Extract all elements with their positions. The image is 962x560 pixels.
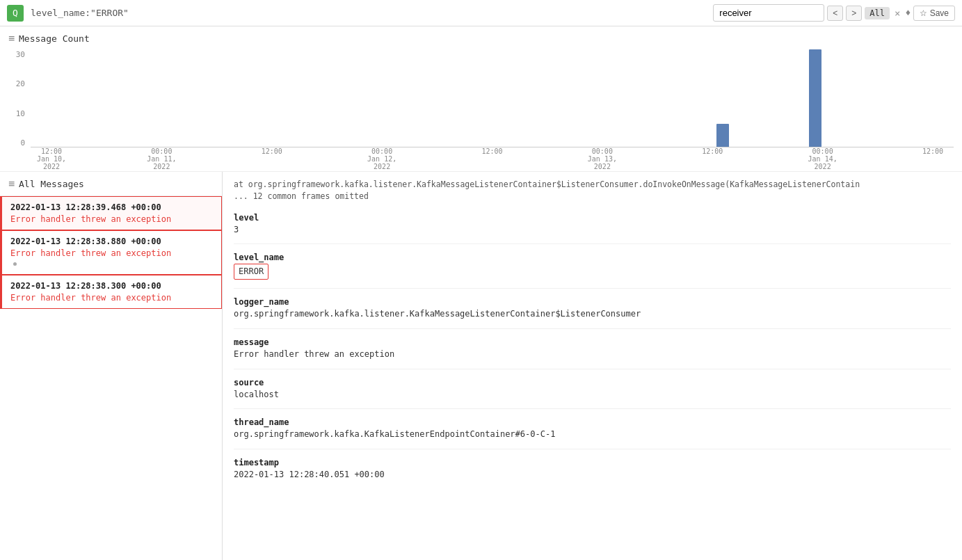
header-right: < > All × ♦ ☆ Save: [713, 4, 955, 22]
field-label-timestamp: timestamp: [234, 458, 951, 467]
y-label-20: 20: [16, 79, 25, 88]
x-label-7: 00:00 Jan 14, 2022: [802, 147, 844, 170]
chart-x-labels: 12:00 Jan 10, 2022 00:00 Jan 11, 2022 12…: [31, 147, 954, 168]
message-text: Error handler threw an exception: [10, 214, 213, 224]
nav-next-button[interactable]: >: [846, 6, 862, 21]
message-timestamp: 2022-01-13 12:28:38.880 +00:00: [10, 237, 213, 246]
detail-field-timestamp: timestamp 2022-01-13 12:28:40.051 +00:00: [234, 458, 951, 489]
messages-list-header: All Messages: [0, 172, 222, 196]
field-label-level-name: level_name: [234, 253, 951, 262]
x-label-2: 12:00: [251, 147, 293, 155]
message-text: Error handler threw an exception: [10, 248, 213, 258]
detail-field-level: level 3: [234, 213, 951, 245]
bar-7: [716, 124, 729, 147]
message-timestamp: 2022-01-13 12:28:38.300 +00:00: [10, 281, 213, 291]
close-button[interactable]: ×: [892, 8, 902, 19]
chart-container: 30 20 10 0 12:00 Jan 10, 2022 00:00: [8, 50, 954, 168]
x-label-8: 12:00: [912, 147, 954, 155]
x-label-6: 12:00: [691, 147, 733, 155]
detail-field-source: source localhost: [234, 378, 951, 410]
query-label: level_name:"ERROR": [31, 8, 706, 18]
nav-prev-button[interactable]: <: [827, 6, 843, 21]
field-label-source: source: [234, 378, 951, 387]
field-value-timestamp: 2022-01-13 12:28:40.051 +00:00: [234, 469, 951, 481]
message-text: Error handler threw an exception: [10, 293, 213, 303]
messages-section: All Messages 2022-01-13 12:28:39.468 +00…: [0, 172, 962, 560]
field-value-message: Error handler threw an exception: [234, 349, 951, 360]
stack-line-1: at org.springframework.kafka.listener.Ka…: [234, 179, 951, 191]
detail-panel: at org.springframework.kafka.listener.Ka…: [223, 172, 962, 560]
save-button[interactable]: ☆ Save: [913, 6, 955, 21]
x-label-4: 12:00: [472, 147, 513, 155]
field-label-thread-name: thread_name: [234, 417, 951, 427]
pin-icon[interactable]: ♦: [905, 8, 911, 18]
search-icon: Q: [7, 5, 24, 22]
message-item[interactable]: 2022-01-13 12:28:38.300 +00:00 Error han…: [0, 275, 222, 309]
x-label-3: 00:00 Jan 12, 2022: [361, 147, 403, 170]
all-badge: All: [865, 7, 890, 19]
field-value-level: 3: [234, 224, 951, 236]
detail-field-thread-name: thread_name org.springframework.kafka.Ka…: [234, 417, 951, 449]
message-dot: [13, 262, 17, 266]
detail-field-level-name: level_name ERROR: [234, 253, 951, 289]
search-input[interactable]: [713, 4, 824, 22]
messages-list: All Messages 2022-01-13 12:28:39.468 +00…: [0, 172, 223, 560]
header: Q level_name:"ERROR" < > All × ♦ ☆ Save: [0, 0, 962, 26]
field-value-source: localhost: [234, 389, 951, 401]
bar-group-7: [677, 124, 769, 147]
chart-plot: [31, 50, 954, 147]
chart-y-axis: 30 20 10 0: [8, 50, 28, 147]
bar-8: [809, 49, 821, 147]
x-label-5: 00:00 Jan 13, 2022: [582, 147, 623, 170]
field-label-message: message: [234, 337, 951, 347]
chart-section: Message Count 30 20 10 0 12:00 Jan 10, 2…: [0, 26, 962, 172]
field-label-logger-name: logger_name: [234, 297, 951, 307]
field-value-logger-name: org.springframework.kafka.listener.Kafka…: [234, 308, 951, 320]
detail-field-logger-name: logger_name org.springframework.kafka.li…: [234, 297, 951, 329]
y-label-10: 10: [16, 109, 25, 118]
message-item[interactable]: 2022-01-13 12:28:39.468 +00:00 Error han…: [0, 196, 222, 230]
stack-line-2: ... 12 common frames omitted: [234, 191, 951, 202]
field-label-level: level: [234, 213, 951, 223]
y-label-0: 0: [20, 138, 25, 147]
field-value-thread-name: org.springframework.kafka.KafkaListenerE…: [234, 429, 951, 440]
chart-title: Message Count: [8, 32, 954, 45]
detail-field-message: message Error handler threw an exception: [234, 337, 951, 369]
x-label-0: 12:00 Jan 10, 2022: [31, 147, 72, 170]
message-timestamp: 2022-01-13 12:28:39.468 +00:00: [10, 202, 213, 212]
x-label-1: 00:00 Jan 11, 2022: [141, 147, 182, 170]
field-value-level-name: ERROR: [234, 264, 268, 280]
y-label-30: 30: [16, 50, 25, 59]
bar-group-8: [769, 49, 862, 147]
message-item[interactable]: 2022-01-13 12:28:38.880 +00:00 Error han…: [0, 230, 222, 275]
stack-trace: at org.springframework.kafka.listener.Ka…: [234, 179, 951, 203]
